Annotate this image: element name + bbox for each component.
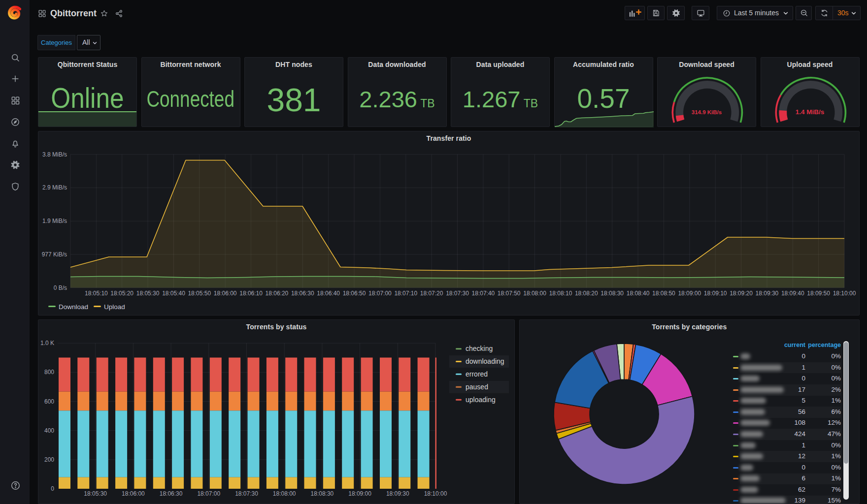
svg-text:18:08:40: 18:08:40 (627, 290, 650, 297)
svg-text:18:08:30: 18:08:30 (600, 290, 624, 297)
svg-text:18:07:50: 18:07:50 (498, 290, 521, 297)
svg-text:18:05:50: 18:05:50 (188, 290, 211, 297)
svg-text:1.9 MiB/s: 1.9 MiB/s (42, 218, 67, 224)
svg-text:paused: paused (466, 383, 488, 391)
svg-text:downloading: downloading (466, 357, 504, 365)
svg-text:2.9 MiB/s: 2.9 MiB/s (42, 184, 67, 191)
svg-text:18:09:00: 18:09:00 (678, 290, 701, 297)
svg-text:18:06:00: 18:06:00 (122, 490, 145, 497)
svg-text:Download: Download (59, 303, 88, 311)
svg-text:18:08:20: 18:08:20 (575, 290, 598, 297)
svg-text:1.0 K: 1.0 K (40, 340, 54, 346)
svg-text:18:06:50: 18:06:50 (343, 290, 366, 297)
svg-text:18:09:50: 18:09:50 (807, 290, 830, 297)
svg-text:18:08:50: 18:08:50 (652, 290, 675, 297)
svg-text:18:06:20: 18:06:20 (266, 290, 289, 297)
svg-text:977 KiB/s: 977 KiB/s (42, 251, 67, 258)
svg-text:18:06:10: 18:06:10 (239, 290, 263, 297)
svg-text:uploading: uploading (466, 396, 496, 404)
svg-text:errored: errored (466, 370, 488, 378)
svg-text:Upload: Upload (104, 303, 125, 311)
svg-text:18:10:00: 18:10:00 (833, 290, 856, 297)
svg-text:0: 0 (51, 485, 54, 492)
svg-text:18:07:20: 18:07:20 (420, 290, 443, 297)
svg-text:18:08:10: 18:08:10 (549, 290, 572, 297)
svg-text:400: 400 (44, 427, 54, 434)
svg-text:18:05:20: 18:05:20 (110, 290, 133, 297)
svg-text:18:09:40: 18:09:40 (781, 290, 804, 297)
svg-text:18:09:30: 18:09:30 (756, 290, 779, 297)
svg-text:18:09:20: 18:09:20 (730, 290, 753, 297)
svg-text:18:08:00: 18:08:00 (273, 490, 296, 497)
svg-text:18:08:30: 18:08:30 (311, 490, 334, 497)
svg-text:18:05:30: 18:05:30 (136, 290, 160, 297)
svg-text:18:09:30: 18:09:30 (386, 490, 409, 497)
svg-text:18:09:10: 18:09:10 (704, 290, 727, 297)
svg-text:18:06:40: 18:06:40 (317, 290, 340, 297)
svg-text:18:10:00: 18:10:00 (424, 490, 447, 497)
svg-text:18:06:30: 18:06:30 (160, 490, 183, 497)
svg-text:18:09:00: 18:09:00 (348, 490, 371, 497)
svg-text:18:05:30: 18:05:30 (84, 490, 107, 497)
svg-text:800: 800 (44, 369, 54, 376)
svg-text:18:06:30: 18:06:30 (291, 290, 314, 297)
svg-text:18:07:00: 18:07:00 (368, 290, 392, 297)
svg-text:18:07:10: 18:07:10 (394, 290, 417, 297)
svg-text:18:08:00: 18:08:00 (523, 290, 546, 297)
svg-text:0 B/s: 0 B/s (54, 284, 67, 291)
svg-text:3.8 MiB/s: 3.8 MiB/s (42, 151, 67, 158)
svg-text:18:05:10: 18:05:10 (85, 290, 108, 297)
svg-text:18:05:40: 18:05:40 (162, 290, 185, 297)
svg-text:checking: checking (466, 345, 493, 352)
svg-text:18:07:30: 18:07:30 (235, 490, 258, 497)
svg-text:18:07:40: 18:07:40 (472, 290, 495, 297)
svg-text:18:07:30: 18:07:30 (446, 290, 469, 297)
svg-text:18:06:00: 18:06:00 (214, 290, 237, 297)
svg-text:600: 600 (44, 398, 54, 405)
svg-text:18:07:00: 18:07:00 (197, 490, 220, 497)
svg-text:200: 200 (44, 456, 54, 463)
